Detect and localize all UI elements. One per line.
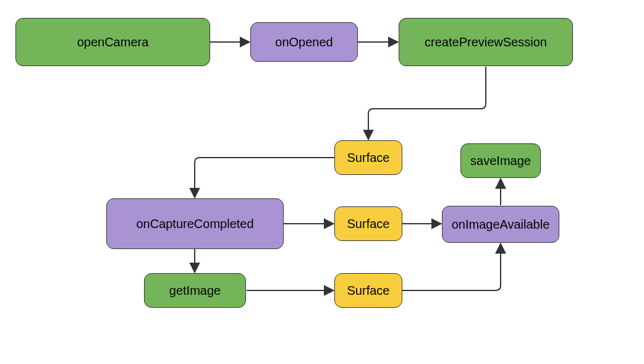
edge-createpreview-surface1 bbox=[368, 67, 486, 140]
node-label: openCamera bbox=[77, 35, 149, 49]
node-create-preview-session: createPreviewSession bbox=[399, 18, 573, 66]
node-label: Surface bbox=[347, 217, 390, 231]
node-open-camera: openCamera bbox=[15, 18, 210, 66]
node-on-capture-completed: onCaptureCompleted bbox=[106, 198, 284, 249]
node-label: onCaptureCompleted bbox=[136, 217, 253, 231]
node-on-image-available: onImageAvailable bbox=[442, 206, 559, 243]
edge-surface3-onimage bbox=[402, 243, 501, 290]
node-label: Surface bbox=[347, 284, 390, 298]
node-label: Surface bbox=[347, 151, 390, 165]
node-on-opened: onOpened bbox=[250, 22, 358, 62]
node-surface-2: Surface bbox=[334, 206, 402, 241]
edge-surface1-oncapture bbox=[195, 158, 334, 198]
node-save-image: saveImage bbox=[460, 143, 541, 178]
node-get-image: getImage bbox=[144, 273, 246, 308]
node-label: getImage bbox=[169, 284, 221, 298]
node-label: onOpened bbox=[275, 35, 333, 49]
node-surface-3: Surface bbox=[334, 273, 402, 308]
node-label: saveImage bbox=[470, 154, 531, 168]
node-label: createPreviewSession bbox=[425, 35, 547, 49]
node-label: onImageAvailable bbox=[452, 218, 550, 232]
node-surface-1: Surface bbox=[334, 140, 402, 175]
